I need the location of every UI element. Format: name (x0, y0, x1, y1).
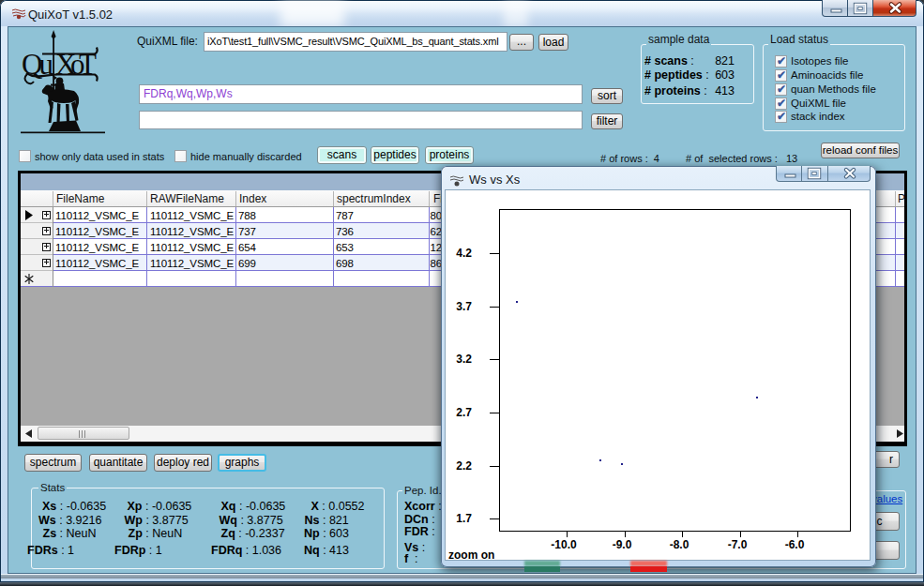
svg-text:XoT: XoT (55, 48, 97, 81)
